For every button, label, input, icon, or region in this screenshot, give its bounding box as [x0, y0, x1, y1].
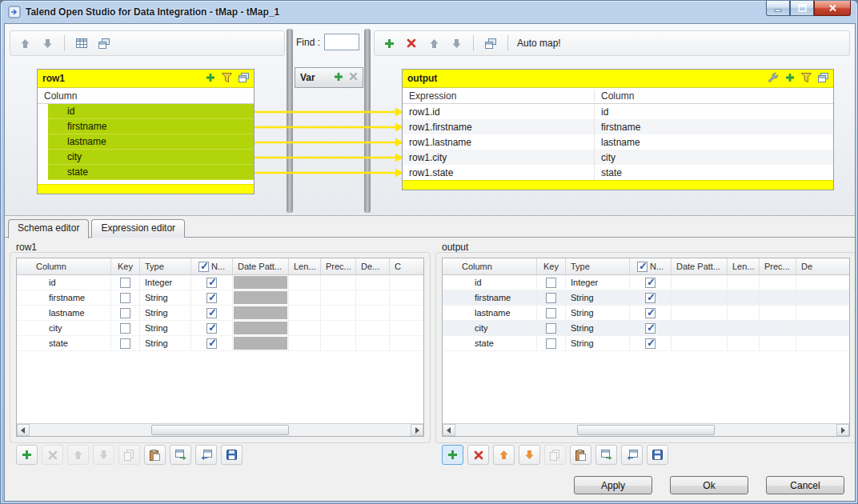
default-cell[interactable]: [796, 321, 849, 335]
schema-row[interactable]: firstname String: [17, 290, 423, 306]
schema-row[interactable]: city String: [443, 321, 849, 336]
key-checkbox[interactable]: [120, 293, 130, 303]
column-cell[interactable]: firstname: [443, 290, 537, 305]
move-output-up-icon[interactable]: [424, 34, 443, 53]
type-cell[interactable]: String: [566, 290, 630, 305]
minimize-table-icon[interactable]: [818, 73, 828, 85]
header-column[interactable]: Column: [17, 258, 111, 274]
default-cell[interactable]: [356, 290, 390, 305]
nullable-cell[interactable]: [191, 336, 233, 350]
default-cell[interactable]: [356, 275, 390, 290]
precision-cell[interactable]: [321, 290, 356, 305]
scroll-right-arrow[interactable]: [411, 424, 423, 436]
import-schema-button[interactable]: [595, 445, 617, 465]
column-cell[interactable]: city: [443, 321, 537, 335]
output-expression-cell[interactable]: row1.firstname: [403, 119, 595, 134]
precision-cell[interactable]: [760, 306, 796, 320]
key-checkbox[interactable]: [546, 293, 556, 303]
nullable-checkbox[interactable]: [206, 293, 217, 303]
output-expression-cell[interactable]: row1.lastname: [403, 134, 595, 150]
nullable-checkbox[interactable]: [206, 338, 217, 349]
length-cell[interactable]: [289, 290, 321, 305]
length-cell[interactable]: [289, 336, 321, 350]
header-nullable[interactable]: N...: [630, 258, 672, 274]
export-schema-button[interactable]: [621, 445, 643, 465]
schema-row[interactable]: city String: [17, 321, 423, 336]
titlebar[interactable]: Talend Open Studio for Data Integration …: [1, 1, 857, 23]
length-cell[interactable]: [728, 306, 760, 320]
date-pattern-cell[interactable]: [672, 275, 728, 290]
ok-button[interactable]: Ok: [670, 476, 748, 494]
move-down-icon[interactable]: [38, 34, 57, 53]
default-cell[interactable]: [356, 306, 390, 320]
nullable-cell[interactable]: [191, 290, 233, 305]
output-row[interactable]: row1.city city: [403, 150, 833, 165]
output-column-cell[interactable]: firstname: [595, 119, 833, 134]
type-cell[interactable]: String: [566, 336, 630, 350]
type-cell[interactable]: Integer: [140, 275, 191, 290]
column-cell[interactable]: lastname: [443, 306, 537, 320]
date-pattern-cell[interactable]: [672, 290, 728, 305]
date-pattern-cell[interactable]: [672, 321, 728, 335]
import-schema-button[interactable]: [170, 445, 191, 465]
minimize-table-icon[interactable]: [239, 73, 249, 85]
add-column-icon[interactable]: [206, 73, 215, 85]
nullable-checkbox[interactable]: [645, 323, 656, 334]
scrollbar-thumb[interactable]: [577, 425, 715, 435]
input-row[interactable]: state: [48, 165, 254, 180]
delete-column-button[interactable]: [42, 445, 63, 465]
schema-row[interactable]: lastname String: [17, 306, 423, 321]
nullable-cell[interactable]: [191, 306, 233, 320]
key-cell[interactable]: [111, 290, 140, 305]
comment-cell[interactable]: [390, 306, 423, 320]
save-schema-button[interactable]: [221, 445, 243, 465]
key-cell[interactable]: [537, 321, 566, 335]
key-cell[interactable]: [111, 336, 140, 350]
nullable-checkbox[interactable]: [645, 308, 656, 318]
copy-button[interactable]: [544, 445, 566, 465]
add-column-icon[interactable]: [785, 73, 795, 85]
default-cell[interactable]: [796, 275, 849, 290]
header-length[interactable]: Len...: [289, 258, 321, 274]
schema-row[interactable]: state String: [443, 336, 849, 351]
header-column[interactable]: Column: [443, 258, 537, 274]
output-expression-cell[interactable]: row1.state: [403, 165, 595, 180]
paste-button[interactable]: [144, 445, 166, 465]
output-table-header[interactable]: output: [403, 70, 833, 88]
wrench-icon[interactable]: [768, 72, 779, 86]
precision-cell[interactable]: [321, 306, 356, 320]
maximize-button[interactable]: [790, 1, 814, 16]
precision-cell[interactable]: [760, 336, 796, 350]
key-checkbox[interactable]: [546, 338, 556, 349]
key-checkbox[interactable]: [120, 338, 130, 349]
header-date-pattern[interactable]: Date Patt...: [233, 258, 289, 274]
output-column-cell[interactable]: id: [595, 104, 833, 119]
nullable-checkbox[interactable]: [206, 308, 217, 318]
key-checkbox[interactable]: [546, 278, 556, 288]
nullable-cell[interactable]: [630, 290, 672, 305]
export-schema-button[interactable]: [195, 445, 217, 465]
key-checkbox[interactable]: [546, 323, 556, 334]
header-precision[interactable]: Prec...: [321, 258, 356, 274]
key-cell[interactable]: [537, 275, 566, 290]
precision-cell[interactable]: [321, 336, 356, 350]
header-date-pattern[interactable]: Date Patt...: [672, 258, 728, 274]
default-cell[interactable]: [356, 336, 390, 350]
remove-var-icon[interactable]: [349, 72, 358, 83]
copy-button[interactable]: [118, 445, 140, 465]
schema-row[interactable]: firstname String: [443, 290, 849, 306]
restore-windows-icon[interactable]: [481, 34, 500, 53]
nullable-checkbox[interactable]: [206, 323, 217, 334]
schema-row[interactable]: id Integer: [443, 275, 849, 290]
column-cell[interactable]: id: [17, 275, 111, 290]
delete-output-icon[interactable]: [402, 34, 421, 53]
column-cell[interactable]: lastname: [17, 306, 111, 320]
input-table-header[interactable]: row1: [38, 70, 254, 88]
filter-icon[interactable]: [222, 73, 232, 85]
output-row[interactable]: row1.firstname firstname: [403, 119, 833, 134]
nullable-cell[interactable]: [630, 321, 672, 335]
key-checkbox[interactable]: [120, 278, 130, 288]
horizontal-scrollbar[interactable]: [17, 423, 423, 436]
type-cell[interactable]: Integer: [566, 275, 630, 290]
paste-button[interactable]: [570, 445, 591, 465]
